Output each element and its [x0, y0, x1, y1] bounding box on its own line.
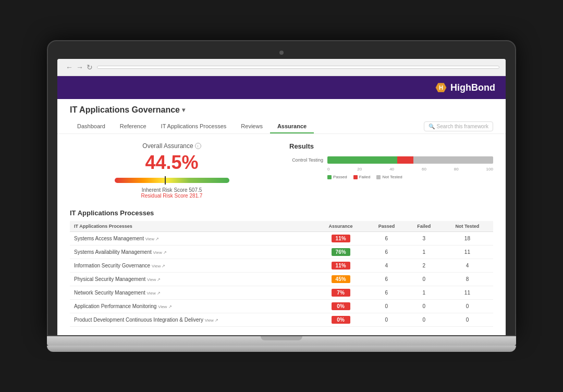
process-name-cell: Product Development Continuous Integrati… — [70, 313, 315, 327]
search-box[interactable]: 🔍 Search this framework — [424, 121, 493, 131]
laptop-screen-outer: ← → ↻ H HighBond IT Appl — [47, 40, 516, 336]
passed-cell: 6 — [366, 246, 406, 259]
results-panel: Results Control Testing 0 20 — [289, 142, 493, 199]
col-failed: Failed — [406, 221, 441, 232]
logo-text: HighBond — [450, 82, 495, 93]
process-name-cell: Physical Security Management View ↗ — [70, 273, 315, 286]
chart-axis: 0 20 40 60 80 100 — [289, 167, 493, 172]
svg-text:H: H — [439, 84, 443, 91]
legend-passed-label: Passed — [333, 175, 347, 179]
laptop-base — [47, 336, 516, 346]
legend-not-tested-dot — [376, 175, 381, 179]
nav-tabs: Dashboard Reference IT Applications Proc… — [70, 120, 314, 133]
passed-cell: 6 — [366, 286, 406, 300]
page-title: IT Applications Governance ▾ — [70, 105, 493, 115]
laptop-wrapper: ← → ↻ H HighBond IT Appl — [47, 40, 516, 352]
chart-bar-container — [327, 156, 493, 164]
assurance-label: Overall Assurance i — [70, 142, 274, 150]
process-name-cell: Information Security Governance View ↗ — [70, 259, 315, 273]
view-link[interactable]: View ↗ — [145, 237, 159, 241]
passed-cell: 0 — [366, 313, 406, 327]
legend-passed: Passed — [327, 175, 347, 179]
assurance-cell: 11% — [315, 232, 366, 246]
overview-section: Overall Assurance i 44.5% Inherent Risk … — [70, 142, 493, 199]
table-row: Physical Security Management View ↗ 45% … — [70, 273, 493, 286]
not-tested-cell: 0 — [442, 313, 493, 327]
assurance-cell: 0% — [315, 300, 366, 313]
view-link[interactable]: View ↗ — [158, 304, 172, 309]
tab-reviews[interactable]: Reviews — [234, 120, 270, 133]
assurance-badge: 11% — [332, 262, 350, 270]
passed-cell: 6 — [366, 273, 406, 286]
table-row: Application Performance Monitoring View … — [70, 300, 493, 313]
chart-bar-passed — [327, 156, 397, 164]
not-tested-cell: 11 — [442, 246, 493, 259]
process-name-cell: Systems Access Management View ↗ — [70, 232, 315, 246]
page-header: IT Applications Governance ▾ Dashboard R… — [57, 99, 506, 134]
search-icon: 🔍 — [429, 124, 435, 129]
chart-label: Control Testing — [289, 157, 323, 163]
table-row: Systems Access Management View ↗ 11% 6 3… — [70, 232, 493, 246]
col-assurance: Assurance — [315, 221, 366, 232]
view-link[interactable]: View ↗ — [205, 318, 218, 323]
chart-row: Control Testing — [289, 156, 493, 164]
passed-cell: 0 — [366, 300, 406, 313]
assurance-cell: 11% — [315, 259, 366, 273]
url-bar[interactable] — [97, 66, 499, 69]
not-tested-cell: 4 — [442, 259, 493, 273]
process-name-cell: Systems Availability Management View ↗ — [70, 246, 315, 259]
tab-dashboard[interactable]: Dashboard — [70, 120, 113, 133]
forward-button[interactable]: → — [76, 63, 83, 71]
view-link[interactable]: View ↗ — [152, 264, 165, 268]
chart-bar-failed — [397, 156, 414, 164]
failed-cell: 1 — [406, 286, 441, 300]
assurance-badge: 45% — [332, 275, 350, 283]
process-name-cell: Application Performance Monitoring View … — [70, 300, 315, 313]
table-row: Systems Availability Management View ↗ 7… — [70, 246, 493, 259]
legend-failed: Failed — [353, 175, 371, 179]
inherent-risk: Inherent Risk Score 507.5 — [70, 187, 274, 193]
assurance-value: 44.5% — [70, 152, 274, 174]
legend-failed-label: Failed — [359, 175, 371, 179]
legend-not-tested: Not Tested — [376, 175, 402, 179]
laptop-notch — [261, 336, 302, 340]
processes-section: IT Applications Processes IT Application… — [70, 209, 493, 327]
assurance-cell: 7% — [315, 286, 366, 300]
process-name-cell: Network Security Management View ↗ — [70, 286, 315, 300]
failed-cell: 3 — [406, 232, 441, 246]
failed-cell: 2 — [406, 259, 441, 273]
legend-passed-dot — [327, 175, 332, 179]
browser-navigation[interactable]: ← → ↻ — [66, 63, 93, 71]
info-icon[interactable]: i — [195, 143, 201, 149]
table-header-row: IT Applications Processes Assurance Pass… — [70, 221, 493, 232]
browser-bar: ← → ↻ — [57, 59, 506, 76]
tab-it-applications-processes[interactable]: IT Applications Processes — [154, 120, 234, 133]
tab-reference[interactable]: Reference — [113, 120, 154, 133]
passed-cell: 4 — [366, 259, 406, 273]
laptop-camera — [279, 51, 284, 55]
reload-button[interactable]: ↻ — [87, 63, 93, 71]
back-button[interactable]: ← — [66, 63, 73, 71]
title-dropdown-arrow[interactable]: ▾ — [182, 106, 185, 114]
processes-table: IT Applications Processes Assurance Pass… — [70, 221, 493, 327]
passed-cell: 6 — [366, 232, 406, 246]
results-title: Results — [289, 142, 493, 150]
laptop-screen: ← → ↻ H HighBond IT Appl — [57, 59, 506, 335]
chart-bar-not-tested — [413, 156, 493, 164]
view-link[interactable]: View ↗ — [147, 277, 161, 282]
gradient-marker — [165, 176, 166, 185]
not-tested-cell: 11 — [442, 286, 493, 300]
failed-cell: 1 — [406, 246, 441, 259]
search-placeholder: Search this framework — [437, 124, 488, 129]
view-link[interactable]: View ↗ — [147, 291, 161, 296]
assurance-badge: 0% — [332, 302, 350, 310]
not-tested-cell: 8 — [442, 273, 493, 286]
assurance-cell: 45% — [315, 273, 366, 286]
view-link[interactable]: View ↗ — [153, 250, 167, 255]
laptop-bottom — [47, 346, 516, 352]
chart-legend: Passed Failed Not Tested — [289, 175, 493, 179]
table-row: Network Security Management View ↗ 7% 6 … — [70, 286, 493, 300]
col-not-tested: Not Tested — [442, 221, 493, 232]
processes-title: IT Applications Processes — [70, 209, 493, 217]
tab-assurance[interactable]: Assurance — [270, 120, 314, 133]
